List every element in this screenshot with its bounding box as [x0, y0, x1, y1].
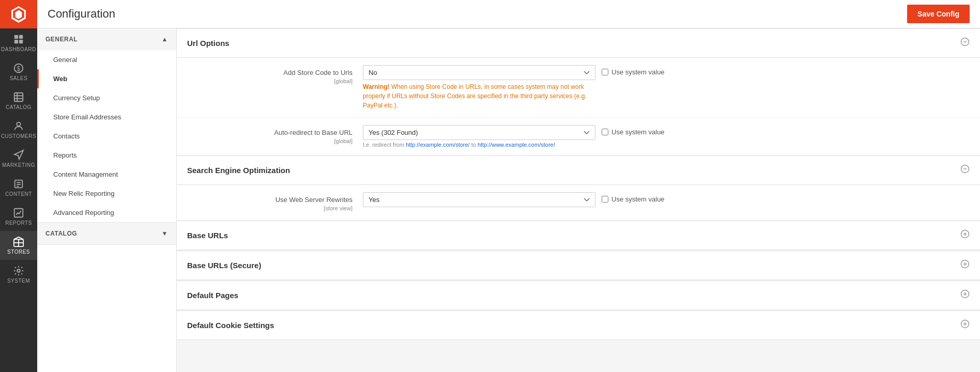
app-logo[interactable] — [0, 0, 37, 28]
config-section-title-base-urls: Base URLs — [187, 231, 228, 240]
config-section-body-url-options: Add Store Code to Urls [global] No Yes W — [177, 58, 980, 155]
control-wrapper-store-code: No Yes Warning! When using Store Code in… — [363, 65, 595, 110]
add-store-code-select[interactable]: No Yes — [363, 65, 595, 80]
config-control-add-store-code: No Yes Warning! When using Store Code in… — [363, 65, 970, 110]
config-label-add-store-code: Add Store Code to Urls [global] — [187, 65, 363, 86]
sidebar-item-contacts[interactable]: Contacts — [37, 127, 176, 146]
sidebar-item-store-email-addresses[interactable]: Store Email Addresses — [37, 107, 176, 127]
marketing-icon — [13, 149, 24, 161]
scope-store-view: [store view] — [187, 205, 353, 212]
nav-item-stores[interactable]: STORES — [0, 231, 37, 260]
config-section-title-base-urls-secure: Base URLs (Secure) — [187, 261, 261, 270]
save-config-button[interactable]: Save Config — [907, 5, 970, 23]
nav-item-dashboard[interactable]: DASHBOARD — [0, 28, 37, 57]
config-section-header-seo[interactable]: Search Engine Optimization — [177, 156, 980, 185]
nav-label-dashboard: DASHBOARD — [1, 47, 36, 52]
use-system-value-store-code[interactable]: Use system value — [602, 65, 665, 76]
nav-item-system[interactable]: SYSTEM — [0, 260, 37, 289]
sidebar: GENERAL ▲ General Web Currency Setup Sto… — [37, 28, 177, 372]
content-icon — [13, 178, 24, 190]
stores-icon — [13, 236, 24, 247]
control-wrapper-auto-redirect: No Yes (302 Found) Yes (301 Moved Perman… — [363, 125, 595, 148]
config-control-web-server-rewrites: No Yes Use system value — [363, 192, 970, 207]
main-panel: Url Options Add Store Code to Urls [glob… — [177, 28, 980, 372]
config-section-header-url-options[interactable]: Url Options — [177, 29, 980, 58]
nav-item-reports[interactable]: REPORTS — [0, 202, 37, 231]
use-system-value-checkbox-auto-redirect[interactable] — [602, 129, 608, 135]
magento-logo-icon — [10, 6, 27, 23]
config-row-add-store-code: Add Store Code to Urls [global] No Yes W — [177, 58, 980, 118]
web-server-rewrites-select[interactable]: No Yes — [363, 192, 595, 207]
config-section-default-pages: Default Pages — [177, 281, 980, 310]
svg-rect-15 — [14, 209, 23, 218]
nav-item-marketing[interactable]: MARKETING — [0, 144, 37, 173]
config-section-base-urls-secure: Base URLs (Secure) — [177, 251, 980, 280]
dashboard-icon — [13, 34, 24, 45]
nav-item-content[interactable]: CONTENT — [0, 173, 37, 202]
control-wrapper-rewrites: No Yes — [363, 192, 595, 207]
default-pages-expand-icon — [960, 289, 970, 301]
sidebar-item-general[interactable]: General — [37, 50, 176, 69]
sidebar-item-currency-setup[interactable]: Currency Setup — [37, 88, 176, 107]
sidebar-item-reports[interactable]: Reports — [37, 146, 176, 165]
use-system-value-checkbox-rewrites[interactable] — [602, 196, 608, 203]
config-section-title-url-options: Url Options — [187, 39, 229, 48]
svg-rect-2 — [14, 40, 18, 43]
use-system-value-rewrites[interactable]: Use system value — [602, 192, 665, 203]
nav-item-catalog[interactable]: CATALOG — [0, 86, 37, 115]
config-section-base-urls: Base URLs — [177, 221, 980, 250]
sidebar-section-header-catalog[interactable]: CATALOG ▼ — [37, 223, 176, 244]
sidebar-section-header-general[interactable]: GENERAL ▲ — [37, 28, 176, 50]
nav-item-sales[interactable]: $ SALES — [0, 57, 37, 86]
use-system-value-checkbox-store-code[interactable] — [602, 69, 608, 75]
default-cookie-expand-icon — [960, 319, 970, 331]
config-section-url-options: Url Options Add Store Code to Urls [glob… — [177, 28, 980, 155]
config-section-default-cookie: Default Cookie Settings — [177, 311, 980, 340]
main-wrapper: Configuration Save Config GENERAL ▲ Gene… — [37, 0, 980, 372]
config-section-title-default-pages: Default Pages — [187, 291, 238, 300]
sales-icon: $ — [13, 63, 24, 74]
svg-rect-0 — [14, 35, 18, 39]
base-urls-secure-expand-icon — [960, 259, 970, 271]
config-row-auto-redirect: Auto-redirect to Base URL [global] No Ye… — [177, 118, 980, 155]
svg-rect-1 — [19, 35, 23, 39]
sidebar-item-advanced-reporting[interactable]: Advanced Reporting — [37, 203, 176, 222]
nav-label-reports: REPORTS — [5, 220, 32, 226]
nav-label-catalog: CATALOG — [6, 104, 32, 110]
nav-label-stores: STORES — [7, 249, 30, 255]
reports-icon — [13, 207, 24, 219]
help-link-from[interactable]: http://example.com/store/ — [406, 142, 470, 148]
nav-label-content: CONTENT — [5, 191, 32, 197]
config-section-header-default-pages[interactable]: Default Pages — [177, 281, 980, 310]
sidebar-item-new-relic-reporting[interactable]: New Relic Reporting — [37, 184, 176, 203]
sidebar-chevron-up-general: ▲ — [162, 36, 168, 43]
seo-collapse-icon — [960, 164, 970, 176]
svg-text:$: $ — [17, 65, 20, 72]
sidebar-section-label-catalog: CATALOG — [45, 230, 77, 237]
sidebar-item-web[interactable]: Web — [37, 69, 176, 88]
config-row-web-server-rewrites: Use Web Server Rewrites [store view] No … — [177, 185, 980, 220]
nav-item-customers[interactable]: CUSTOMERS — [0, 115, 37, 144]
use-system-value-auto-redirect[interactable]: Use system value — [602, 125, 665, 136]
config-control-auto-redirect: No Yes (302 Found) Yes (301 Moved Perman… — [363, 125, 970, 148]
config-section-header-base-urls[interactable]: Base URLs — [177, 221, 980, 250]
config-section-seo: Search Engine Optimization Use Web Serve… — [177, 156, 980, 220]
page-title: Configuration — [48, 7, 115, 21]
system-icon — [13, 265, 24, 276]
auto-redirect-select[interactable]: No Yes (302 Found) Yes (301 Moved Perman… — [363, 125, 595, 140]
config-section-header-default-cookie[interactable]: Default Cookie Settings — [177, 311, 980, 340]
top-header: Configuration Save Config — [37, 0, 980, 28]
sidebar-section-catalog: CATALOG ▼ — [37, 223, 176, 245]
config-section-header-base-urls-secure[interactable]: Base URLs (Secure) — [177, 251, 980, 280]
customers-icon — [13, 120, 24, 132]
nav-label-customers: CUSTOMERS — [1, 133, 36, 139]
base-urls-expand-icon — [960, 229, 970, 241]
sidebar-item-content-management[interactable]: Content Management — [37, 165, 176, 184]
nav-label-system: SYSTEM — [7, 278, 30, 284]
nav-label-sales: SALES — [10, 75, 28, 81]
svg-rect-3 — [19, 40, 23, 43]
config-section-title-default-cookie: Default Cookie Settings — [187, 321, 274, 330]
config-label-web-server-rewrites: Use Web Server Rewrites [store view] — [187, 192, 363, 213]
config-label-auto-redirect: Auto-redirect to Base URL [global] — [187, 125, 363, 146]
help-link-to[interactable]: http://www.example.com/store/ — [478, 142, 555, 148]
